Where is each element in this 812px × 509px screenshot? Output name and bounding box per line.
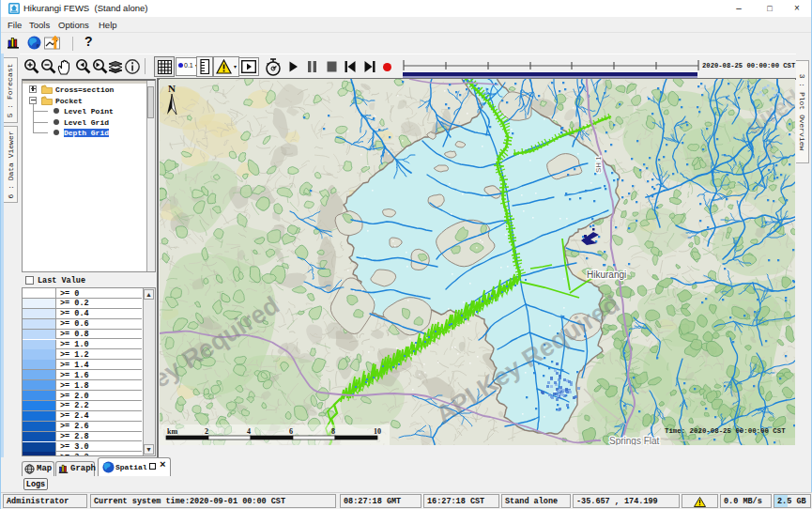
- svg-text:6: 6: [289, 427, 293, 436]
- svg-text:km: km: [167, 427, 177, 436]
- svg-text:Springs Flat: Springs Flat: [609, 436, 660, 445]
- svg-text:4: 4: [247, 427, 251, 436]
- svg-text:SH 1: SH 1: [594, 156, 603, 173]
- svg-text:N: N: [168, 83, 176, 94]
- svg-text:10: 10: [374, 427, 381, 436]
- svg-text:Hikurangi: Hikurangi: [587, 270, 626, 280]
- svg-text:8: 8: [331, 427, 335, 436]
- svg-text:Time: 2020-08-25 00:00:00 CST: Time: 2020-08-25 00:00:00 CST: [665, 427, 786, 435]
- svg-text:2: 2: [205, 427, 208, 436]
